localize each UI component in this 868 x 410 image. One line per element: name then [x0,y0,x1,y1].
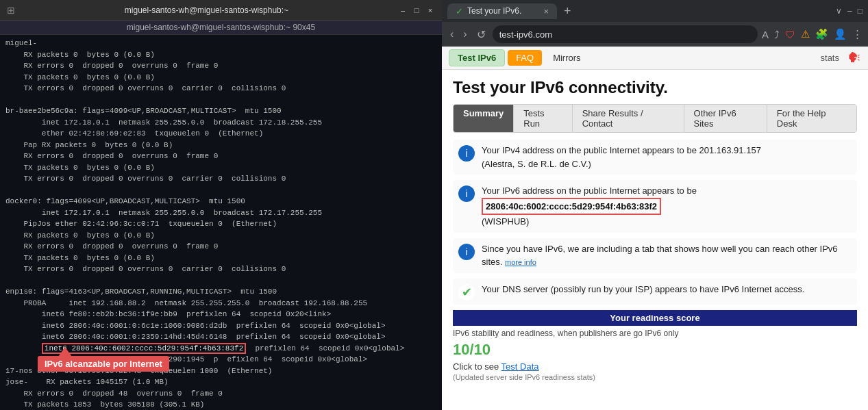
site-content: Test your IPv6 connectivity. Summary Tes… [442,70,868,410]
more-info-link[interactable]: more info [505,258,536,266]
ipv4-result-text: Your IPv4 address on the public Internet… [482,144,761,170]
readiness-bar: Your readiness score [453,310,857,326]
ipv6-info-text: Since you have IPv6, we are including a … [482,242,852,269]
terminal-line: RX packets 0 bytes 0 (0.0 B) [5,49,436,61]
browser-titlebar: ✓ Test your IPv6. × + ∨ – □ [442,0,868,22]
terminal-line: Pap RX packets 0 bytes 0 (0.0 B) [5,140,436,151]
terminal-line: RX errors 0 dropped 48 overruns 0 frame … [5,388,436,400]
terminal-line: PROBA inet 192.168.88.2 netmask 255.255.… [5,298,436,309]
ipv6-result-text: Your IPv6 address on the public Internet… [482,184,697,229]
terminal-line: jose- RX packets 1045157 (1.0 MB) [5,376,436,388]
stats-link[interactable]: stats [815,50,845,66]
translate-icon[interactable]: A [762,29,769,40]
address-bar[interactable]: test-ipv6.com [493,25,758,43]
translate-icon[interactable]: 🗣 [847,50,861,66]
toolbar-icons: A ⤴ 🛡 ⚠ 🧩 👤 ⋮ [762,28,863,40]
terminal-line: inet6 fe80::eb2b:bc36:1f9e:bb9 prefixlen… [5,309,436,320]
terminal-line: inet6 2806:40c:6001:0:2359:14hd:45d4:614… [5,331,436,343]
new-tab-button[interactable]: + [561,4,574,18]
check-icon: ✔ [458,284,475,300]
ipv6-address-display: 2806:40c:6002:cccc:5d29:954f:4b63:83f2 [482,198,661,216]
profile-icon[interactable]: 👤 [834,28,847,40]
terminal-controls: – □ × [398,5,435,15]
tab-close-button[interactable]: × [543,6,549,16]
test-data-link: Click to see Test Data [453,361,857,372]
browser-tab[interactable]: ✓ Test your IPv6. × [447,3,557,19]
browser-chevron-down-icon[interactable]: ∨ [836,6,842,16]
terminal-line: TX errors 0 dropped 0 overruns 0 carrier… [5,83,436,94]
site-nav-tab-faq[interactable]: FAQ [508,50,542,66]
info-icon-3: i [458,244,475,260]
terminal-line: TX packets 0 bytes 0 (0.0 B) [5,162,436,174]
reload-button[interactable]: ↺ [474,27,488,42]
terminal-line: docker0: flags=4099<UP,BROADCAST,MULTICA… [5,196,436,207]
site-nav-tab-test-ipv6[interactable]: Test IPv6 [449,49,505,66]
terminal-line: inet 172.17.0.1 netmask 255.255.0.0 broa… [5,207,436,219]
browser-minimize-button[interactable]: – [847,6,852,16]
extensions-icon[interactable]: 🧩 [815,28,828,40]
info-icon: i [458,145,475,162]
terminal-line: RX errors 0 dropped 0 overruns 0 frame 0 [5,60,436,72]
tab-tests-run[interactable]: Tests Run [514,105,572,132]
warning-icon[interactable]: ⚠ [801,28,810,40]
result-row-dns: ✔ Your DNS server (possibly run by your … [453,279,857,305]
close-button[interactable]: × [425,5,435,15]
minimize-button[interactable]: – [398,5,408,15]
readiness-score: 10/10 [453,341,857,359]
tab-other-ipv6-sites[interactable]: Other IPv6 Sites [684,105,767,132]
tab-share-results[interactable]: Share Results / Contact [573,105,684,132]
test-data-anchor[interactable]: Test Data [501,361,539,372]
terminal-line: PipJos ether 02:42:96:3c:c0:71 txqueuele… [5,218,436,230]
terminal-line: TX errors 0 dropped 0 overruns 0 carrier… [5,264,436,275]
shield-icon[interactable]: 🛡 [785,29,795,40]
terminal-line: inet 172.18.0.1 netmask 255.255.0.0 broa… [5,117,436,129]
info-icon-2: i [458,185,475,202]
terminal-line: TX packets 0 bytes 0 (0.0 B) [5,72,436,84]
browser-toolbar: ‹ › ↺ test-ipv6.com A ⤴ 🛡 ⚠ 🧩 👤 ⋮ [442,22,868,47]
terminal-line [5,185,436,196]
back-button[interactable]: ‹ [447,27,456,42]
tab-title: Test your IPv6. [467,6,521,16]
result-row-ipv4: i Your IPv4 address on the public Intern… [453,140,857,175]
terminal-line [5,94,436,106]
page-title: Test your IPv6 connectivity. [453,78,857,97]
terminal-line: ether 02:42:8e:69:e2:83 txqueuelen 0 (Et… [5,128,436,140]
terminal-line [5,275,436,287]
terminal-line: RX errors 0 dropped 0 overruns 0 frame 0 [5,241,436,253]
result-row-ipv6-info: i Since you have IPv6, we are including … [453,238,857,273]
terminal-panel: ⊞ miguel-santos-wh@miguel-santos-wisphub… [0,0,442,410]
settings-icon[interactable]: ⋮ [852,28,863,40]
forward-button[interactable]: › [460,27,469,42]
annotation-container: IPv6 alcanzable por Internet [38,347,169,372]
maximize-button[interactable]: □ [412,5,421,15]
browser-panel: ✓ Test your IPv6. × + ∨ – □ ‹ › ↺ test-i… [442,0,868,410]
address-text: test-ipv6.com [499,29,751,40]
terminal-line: br-baee2be56c9a: flags=4099<UP,BROADCAST… [5,105,436,117]
terminal-grid-icon: ⊞ [7,5,15,16]
tab-favicon-icon: ✓ [456,6,463,16]
terminal-line: TX errors 0 dropped 0 overruns 0 carrier… [5,173,436,185]
site-nav: Test IPv6 FAQ Mirrors stats 🗣 [442,47,868,70]
tab-help-desk[interactable]: For the Help Desk [767,105,856,132]
content-tabs: Summary Tests Run Share Results / Contac… [453,104,857,133]
terminal-line: RX packets 0 bytes 0 (0.0 B) [5,230,436,242]
tab-summary[interactable]: Summary [454,105,514,132]
site-nav-tab-mirrors[interactable]: Mirrors [545,50,588,66]
browser-window-controls: ∨ – □ [836,6,863,16]
terminal-line: TX packets 0 bytes 0 (0.0 B) [5,253,436,264]
terminal-line: TX packets 1853 bytes 305188 (305.1 KB) [5,399,436,410]
terminal-titlebar: ⊞ miguel-santos-wh@miguel-santos-wisphub… [0,0,442,21]
browser-maximize-button[interactable]: □ [858,6,863,16]
annotation-arrow-up [58,347,72,357]
terminal-body: miguel- RX packets 0 bytes 0 (0.0 B) RX … [0,35,442,410]
terminal-line: RX errors 0 dropped 0 overruns 0 frame 0 [5,151,436,162]
dns-result-text: Your DNS server (possibly run by your IS… [482,283,804,296]
readiness-subtext: IPv6 stability and readiness, when publi… [453,329,857,338]
result-row-ipv6: i Your IPv6 address on the public Intern… [453,180,857,233]
terminal-line: enp1s0: flags=4163<UP,BROADCAST,RUNNING,… [5,286,436,298]
share-icon[interactable]: ⤴ [774,29,780,40]
terminal-line: miguel- [5,38,436,49]
terminal-title: miguel-santos-wh@miguel-santos-wisphub:~ [15,5,398,15]
terminal-line: inet6 2806:40c:6001:0:6c1e:1060:9086:d2d… [5,320,436,332]
terminal-subtitle: miguel-santos-wh@miguel-santos-wisphub:~… [0,21,442,35]
